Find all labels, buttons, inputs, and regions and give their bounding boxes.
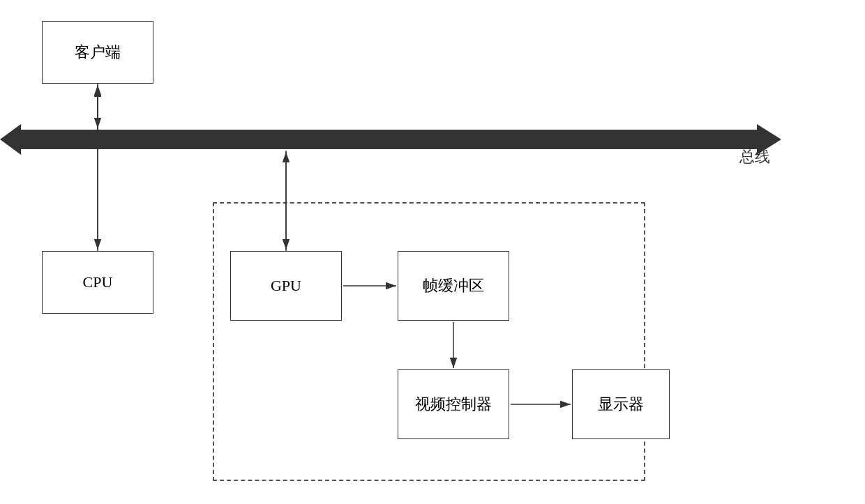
client-box: 客户端 [42,21,153,84]
gpu-box: GPU [230,251,342,321]
bus-arrow-group [0,124,781,155]
cpu-label: CPU [83,273,113,291]
gpu-label: GPU [271,277,301,295]
video-controller-label: 视频控制器 [415,394,492,415]
bus-label: 总线 [739,146,770,167]
gpu-area-box [213,202,645,481]
diagram: 客户端 CPU GPU 帧缓冲区 视频控制器 显示器 总线 [0,0,865,504]
display-box: 显示器 [572,369,670,439]
bus-arrow-shape [0,124,781,155]
video-controller-box: 视频控制器 [398,369,509,439]
framebuffer-box: 帧缓冲区 [398,251,509,321]
cpu-box: CPU [42,251,153,314]
client-label: 客户端 [75,42,121,63]
display-label: 显示器 [598,394,644,415]
framebuffer-label: 帧缓冲区 [423,275,484,296]
